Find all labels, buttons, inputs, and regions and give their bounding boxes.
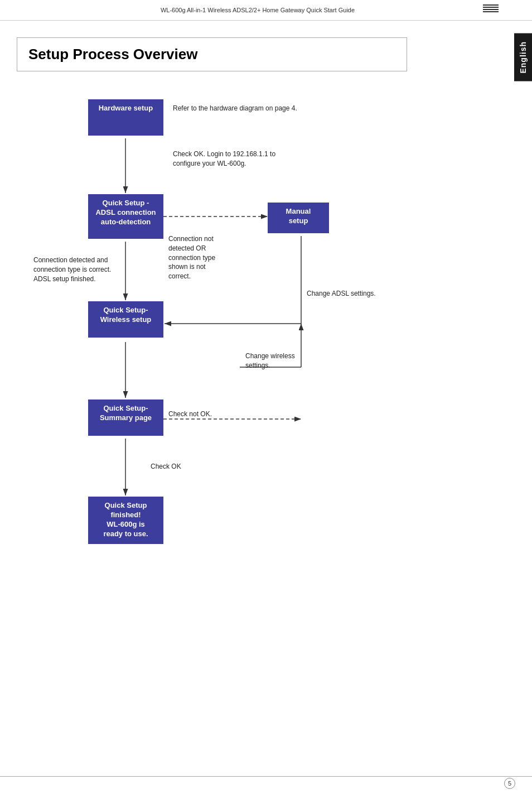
page-number: 5: [504, 778, 515, 789]
header-decoration: [483, 4, 499, 12]
annotation-change-wireless: Change wirelesssettings.: [245, 352, 295, 370]
annotation-connection-detected: Connection detected andconnection type i…: [33, 256, 117, 283]
quick-setup-adsl-box: Quick Setup -ADSL connectionauto-detecti…: [88, 194, 163, 239]
annotation-login: Check OK. Login to 192.168.1.1 toconfigu…: [173, 150, 275, 169]
title-box: Setup Process Overview: [17, 37, 407, 71]
english-tab: English: [514, 33, 532, 81]
flowchart: Hardware setup Refer to the hardware dia…: [28, 94, 418, 707]
annotation-check-ok: Check OK: [151, 462, 181, 471]
annotation-not-detected: Connection notdetected ORconnection type…: [168, 234, 246, 281]
page-header: WL-600g All-in-1 Wireless ADSL2/2+ Home …: [0, 0, 532, 21]
quick-setup-wireless-box: Quick Setup-Wireless setup: [88, 301, 163, 338]
main-content: Setup Process Overview: [0, 21, 532, 724]
page-title: Setup Process Overview: [28, 46, 395, 63]
hardware-setup-box: Hardware setup: [88, 99, 163, 136]
annotation-hardware: Refer to the hardware diagram on page 4.: [173, 104, 297, 113]
annotation-change-adsl: Change ADSL settings.: [307, 289, 376, 299]
flowchart-arrows: [28, 94, 418, 707]
bottom-divider: [0, 776, 532, 777]
quick-setup-summary-box: Quick Setup-Summary page: [88, 399, 163, 436]
manual-setup-box: Manualsetup: [268, 203, 329, 233]
annotation-check-not-ok: Check not OK.: [168, 410, 212, 419]
header-title: WL-600g All-in-1 Wireless ADSL2/2+ Home …: [161, 7, 355, 13]
quick-setup-finished-box: Quick Setupfinished!WL-600g isready to u…: [88, 497, 163, 544]
